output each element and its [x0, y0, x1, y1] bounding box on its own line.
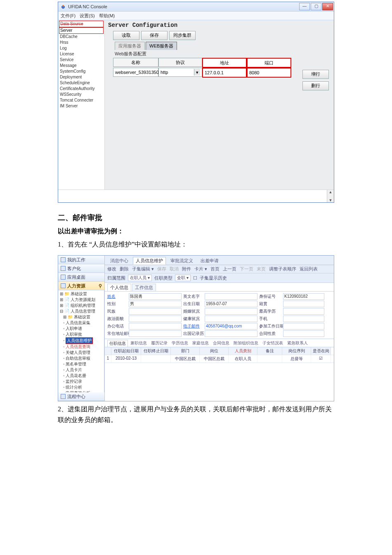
val-birth[interactable]: 1959-07-07 [205, 301, 257, 307]
val-join[interactable] [283, 323, 324, 330]
hr-tree-item[interactable]: ⊞ 📁 基础设置 [59, 291, 103, 297]
hr-tree-person-maintain[interactable]: ◦ 人员信息维护 [59, 337, 103, 344]
tree-deployment[interactable]: Deployment [59, 74, 104, 80]
tree-hrss[interactable]: Hrss [59, 40, 104, 45]
tab-appserver[interactable]: 应用服务器 [115, 42, 145, 50]
smalltab-work[interactable]: 工作信息 [132, 284, 156, 291]
subtab-5[interactable]: 合同信息 [211, 340, 231, 347]
hr-tree-item[interactable]: ◦ 人员卡片 [59, 367, 103, 373]
tab-flowdef[interactable]: 审批流定义 [168, 257, 196, 265]
hr-tree-item[interactable]: ◦ 人员花名册 [59, 373, 103, 379]
tb-return[interactable]: 返回列表 [300, 266, 318, 272]
hr-tree-item[interactable]: ◦ 入职申请 [59, 326, 103, 332]
vertical-scrollbar[interactable]: ▲ ▼ [327, 190, 334, 202]
hr-tree-item[interactable]: ◦ 入职审批 [59, 332, 103, 337]
val-name[interactable]: 陈国勇 [129, 293, 182, 300]
block-flow[interactable]: 流程中心 [58, 392, 104, 401]
read-button[interactable]: 读取 [113, 31, 139, 40]
tree-systemconfig[interactable]: SystemConfig [59, 69, 104, 74]
tab-webserver[interactable]: WEB服务器 [146, 42, 177, 50]
tb-del[interactable]: 删除 [120, 266, 129, 272]
tree-imserver[interactable]: IM Server [59, 103, 104, 109]
tree-certauthority[interactable]: CertificateAuthority [59, 86, 104, 92]
subtab-7[interactable]: 子女情况表 [261, 340, 285, 347]
subtab-4[interactable]: 家庭信息 [191, 340, 210, 347]
chevron-down-icon[interactable]: ▾ [194, 69, 200, 76]
tb-subedit[interactable]: 子集编辑 ▾ [132, 266, 154, 272]
tree-message[interactable]: Message [59, 63, 104, 69]
td-port[interactable]: 8080 [247, 68, 291, 78]
tree-data-source[interactable]: Data Source [59, 21, 104, 27]
val-mz[interactable] [129, 308, 182, 315]
scroll-down-icon[interactable]: ▼ [327, 198, 334, 202]
val-email[interactable]: 40587046@qq.com [205, 323, 257, 330]
tree-tomcat[interactable]: Tomcat Connecter [59, 97, 104, 103]
tb-edit[interactable]: 修改 [107, 266, 116, 272]
subtab-6[interactable]: 附加组织信息 [232, 340, 260, 347]
hr-tree-item[interactable]: ◦ 自助信息审核 [59, 356, 103, 361]
scroll-up-icon[interactable]: ▲ [327, 190, 334, 194]
val-party[interactable] [129, 315, 182, 322]
val-id[interactable]: K120903182 [283, 293, 324, 300]
subtab-0[interactable]: 任职信息 [107, 340, 128, 347]
hr-tree-item[interactable]: ◦ 人员信息查询 [59, 344, 103, 350]
menu-help[interactable]: 帮助(M) [99, 13, 115, 19]
tb-order[interactable]: 调整子表顺序 [269, 266, 296, 272]
tb-prev[interactable]: 上一页 [223, 266, 236, 272]
block-hr[interactable]: 人力资源⚲ [58, 282, 104, 290]
minimize-button[interactable]: — [299, 3, 310, 10]
tab-msgcenter[interactable]: 消息中心 [107, 257, 131, 265]
filter-scope-select[interactable]: 在职人员 ▾ [128, 275, 152, 281]
close-button[interactable]: ✕ [322, 3, 333, 10]
tab-trip[interactable]: 出差申请 [198, 257, 222, 265]
pin-icon[interactable]: ⚲ [99, 283, 102, 289]
maximize-button[interactable]: ▢ [311, 3, 321, 10]
block-mywork[interactable]: 我的工作 [58, 256, 104, 264]
td-addr[interactable]: 127.0.0.1 [202, 68, 247, 78]
val-health[interactable] [205, 315, 257, 322]
val-marry[interactable] [205, 308, 257, 315]
val-jg[interactable] [283, 301, 324, 307]
hr-tree-item[interactable]: ⊞ 📄 组织机构管理 [59, 303, 103, 308]
hr-tree-item[interactable]: ⊟ 📄 人员信息管理 [59, 308, 103, 314]
subtab-3[interactable]: 学历信息 [170, 340, 190, 347]
hr-tree-item[interactable]: ◦ 监控记录 [59, 379, 103, 384]
save-button[interactable]: 保存 [141, 31, 168, 40]
block-appdesk[interactable]: 应用桌面 [58, 273, 104, 282]
tb-card[interactable]: 卡片 ▾ [194, 266, 207, 272]
tree-service[interactable]: Service [59, 57, 104, 63]
tree-scheduleengine[interactable]: ScheduleEngine [59, 80, 104, 86]
val-edu[interactable] [283, 308, 324, 315]
val-addr[interactable] [129, 330, 182, 337]
filter-emp-select[interactable]: 全职 ▾ [175, 275, 191, 281]
grid-row[interactable]: 1 2010-02-13 中国区总裁 中国区总裁 在职人员 总督等 ☑ [105, 355, 334, 363]
tree-server[interactable]: Server [59, 27, 104, 34]
del-row-button[interactable]: 删行 [302, 81, 329, 90]
hr-tree-item[interactable]: ◦ 统计分析 [59, 384, 103, 390]
block-client[interactable]: 客户化 [58, 264, 104, 273]
subtab-8[interactable]: 紧急联系人 [286, 340, 309, 347]
val-intime[interactable] [283, 330, 324, 337]
tb-attach[interactable]: 附件 [182, 266, 191, 272]
tree-dbcache[interactable]: DBCache [59, 34, 104, 40]
tb-first[interactable]: 首页 [210, 266, 220, 272]
val-mar2[interactable] [205, 330, 257, 337]
tab-person-maintain[interactable]: 人员信息维护 [133, 257, 166, 265]
menu-settings[interactable]: 设置(S) [80, 13, 95, 19]
hr-tree-item[interactable]: ◦ 关键人员管理 [59, 350, 103, 356]
val-tel[interactable] [129, 323, 182, 330]
hr-tree-item[interactable]: ◦ 黑名单管理 [59, 361, 103, 367]
filter-history-checkbox[interactable]: ☐ [193, 275, 197, 281]
subtab-1[interactable]: 兼职信息 [129, 340, 149, 347]
td-proto[interactable]: http ▾ [158, 68, 202, 77]
tree-log[interactable]: Log [59, 45, 104, 51]
add-row-button[interactable]: 增行 [302, 70, 329, 79]
hr-tree-item[interactable]: ⊞ 📁 基础设置 [59, 314, 103, 320]
val-mobile[interactable] [283, 315, 324, 322]
td-name[interactable]: webserver_539313507 [113, 68, 158, 77]
tree-wssecurity[interactable]: WSSecurity [59, 92, 104, 97]
tree-license[interactable]: License [59, 51, 104, 57]
smalltab-personal[interactable]: 个人信息 [107, 284, 131, 291]
hr-tree-item[interactable]: ⊞ 📄 人力资源规划 [59, 297, 103, 303]
val-en[interactable] [205, 293, 257, 300]
